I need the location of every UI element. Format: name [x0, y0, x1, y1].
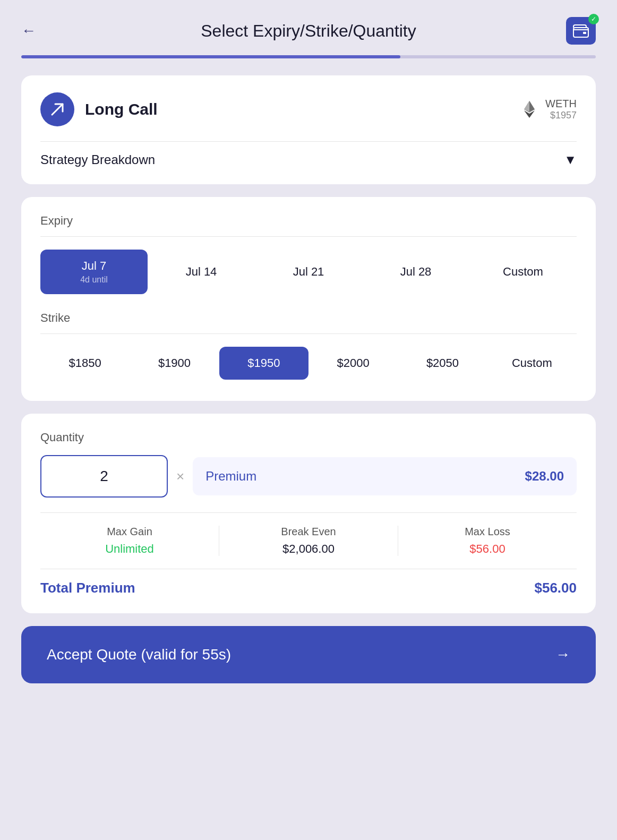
- expiry-options: Jul 7 4d until Jul 14 Jul 21 Jul 28 Cust…: [40, 250, 577, 294]
- asset-info: WETH $1957: [545, 98, 577, 121]
- chevron-down-icon: ▼: [564, 152, 577, 167]
- strategy-card: Long Call WETH $1957 Strategy Breakdown …: [21, 75, 596, 184]
- stats-row: Max Gain Unlimited Break Even $2,006.00 …: [40, 512, 577, 556]
- quantity-card: Quantity × Premium $28.00 Max Gain Unlim…: [21, 414, 596, 613]
- accept-quote-button[interactable]: Accept Quote (valid for 55s) →: [21, 626, 596, 683]
- strategy-header: Long Call WETH $1957: [40, 92, 577, 126]
- strike-option-1900[interactable]: $1900: [130, 347, 219, 380]
- max-gain-label: Max Gain: [49, 526, 210, 538]
- expiry-strike-card: Expiry Jul 7 4d until Jul 14 Jul 21 Jul …: [21, 197, 596, 401]
- expiry-section: Expiry Jul 7 4d until Jul 14 Jul 21 Jul …: [40, 214, 577, 294]
- max-loss-value: $56.00: [407, 542, 568, 556]
- expiry-option-jul7[interactable]: Jul 7 4d until: [40, 250, 148, 294]
- strategy-breakdown-toggle[interactable]: Strategy Breakdown ▼: [40, 141, 577, 167]
- strategy-icon: [40, 92, 74, 126]
- wallet-check-icon: ✓: [588, 14, 599, 24]
- strike-option-1950[interactable]: $1950: [219, 347, 308, 380]
- strike-option-custom[interactable]: Custom: [487, 347, 577, 380]
- main-content: Long Call WETH $1957 Strategy Breakdown …: [0, 58, 617, 700]
- max-loss-label: Max Loss: [407, 526, 568, 538]
- strategy-name: Long Call: [85, 100, 158, 118]
- max-gain-value: Unlimited: [49, 542, 210, 556]
- strike-option-2050[interactable]: $2050: [398, 347, 487, 380]
- eth-icon: [520, 100, 539, 119]
- premium-value: $28.00: [525, 469, 564, 484]
- total-row: Total Premium $56.00: [40, 569, 577, 596]
- header: ← Select Expiry/Strike/Quantity ✓: [0, 0, 617, 55]
- page-title: Select Expiry/Strike/Quantity: [201, 21, 416, 41]
- break-even-label: Break Even: [228, 526, 389, 538]
- expiry-label: Expiry: [40, 214, 577, 228]
- strategy-left: Long Call: [40, 92, 158, 126]
- svg-marker-5: [524, 101, 529, 112]
- expiry-option-jul21[interactable]: Jul 21: [255, 255, 362, 288]
- max-gain-stat: Max Gain Unlimited: [40, 526, 219, 556]
- multiply-sign: ×: [176, 468, 184, 485]
- quantity-row: × Premium $28.00: [40, 455, 577, 498]
- quantity-input[interactable]: [40, 455, 168, 498]
- expiry-divider: [40, 236, 577, 237]
- premium-box: Premium $28.00: [193, 457, 577, 495]
- strike-divider: [40, 333, 577, 334]
- expiry-option-jul28[interactable]: Jul 28: [362, 255, 469, 288]
- quantity-input-wrap: [40, 455, 168, 498]
- breakdown-label: Strategy Breakdown: [40, 152, 155, 167]
- strike-section: Strike $1850 $1900 $1950 $2000 $2050 Cus…: [40, 311, 577, 380]
- strike-options: $1850 $1900 $1950 $2000 $2050 Custom: [40, 347, 577, 380]
- accept-btn-arrow-icon: →: [555, 646, 570, 663]
- svg-marker-4: [529, 101, 535, 112]
- accept-btn-text: Accept Quote (valid for 55s): [47, 646, 231, 663]
- break-even-value: $2,006.00: [228, 542, 389, 556]
- strike-option-1850[interactable]: $1850: [40, 347, 130, 380]
- max-loss-stat: Max Loss $56.00: [398, 526, 577, 556]
- total-premium-value: $56.00: [534, 580, 577, 596]
- strike-option-2000[interactable]: $2000: [308, 347, 398, 380]
- strategy-right: WETH $1957: [520, 98, 577, 121]
- expiry-option-custom[interactable]: Custom: [469, 255, 577, 288]
- premium-label: Premium: [205, 469, 256, 484]
- svg-rect-1: [583, 32, 586, 34]
- strike-label: Strike: [40, 311, 577, 325]
- quantity-label: Quantity: [40, 431, 577, 444]
- total-premium-label: Total Premium: [40, 580, 135, 596]
- expiry-option-jul14[interactable]: Jul 14: [148, 255, 255, 288]
- break-even-stat: Break Even $2,006.00: [219, 526, 398, 556]
- back-button[interactable]: ←: [21, 22, 36, 39]
- wallet-button[interactable]: ✓: [566, 17, 596, 45]
